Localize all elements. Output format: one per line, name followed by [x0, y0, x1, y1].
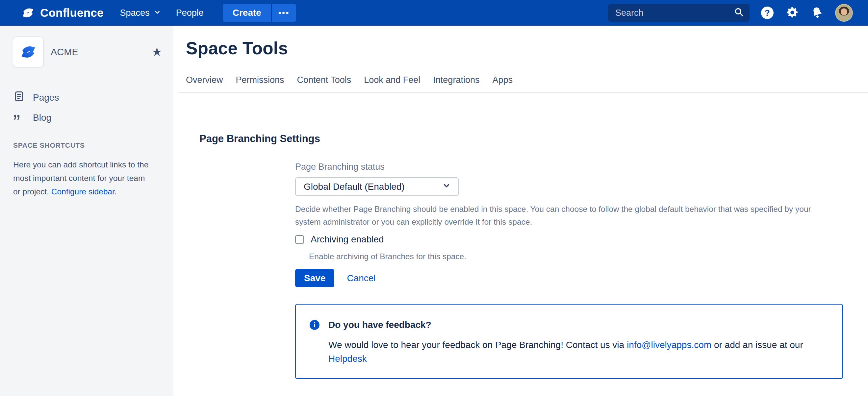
feedback-text-middle: or add an issue at our [711, 340, 803, 350]
shortcuts-suffix: . [115, 187, 117, 196]
feedback-header: i Do you have feedback? [310, 320, 829, 330]
page-title: Space Tools [186, 38, 288, 58]
cancel-link[interactable]: Cancel [347, 273, 375, 284]
settings-button[interactable] [785, 6, 800, 20]
confluence-logo-icon [21, 5, 35, 21]
status-field-description: Decide whether Page Branching should be … [295, 203, 838, 228]
create-more-button[interactable]: ••• [271, 4, 296, 22]
archiving-label: Archiving enabled [311, 234, 384, 245]
save-button[interactable]: Save [295, 269, 334, 287]
sidebar-item-pages-label: Pages [33, 92, 59, 103]
create-button-group: Create ••• [223, 4, 296, 22]
tab-permissions[interactable]: Permissions [236, 75, 284, 85]
feedback-email-link[interactable]: info@livelyapps.com [627, 340, 711, 350]
space-name: ACME [51, 47, 78, 58]
space-sidebar: ACME ★ Pages ” Blog SPACE SHORTCUTS Here… [0, 26, 174, 396]
status-select-value: Global Default (Enabled) [304, 182, 405, 192]
tab-look-and-feel[interactable]: Look and Feel [364, 75, 420, 85]
feedback-title: Do you have feedback? [329, 320, 431, 330]
search-box[interactable] [608, 4, 749, 22]
tabs-divider [178, 92, 868, 93]
nav-item-spaces[interactable]: Spaces [120, 8, 161, 18]
sidebar-nav: Pages ” Blog [13, 88, 164, 128]
main-content: Space Tools Overview Permissions Content… [174, 26, 868, 396]
tab-overview[interactable]: Overview [186, 75, 223, 85]
status-select[interactable]: Global Default (Enabled) [295, 177, 459, 196]
feedback-text-before: We would love to hear your feedback on P… [329, 340, 627, 350]
space-shortcuts-heading: SPACE SHORTCUTS [13, 141, 164, 149]
user-avatar[interactable] [835, 4, 853, 22]
feedback-body: We would love to hear your feedback on P… [329, 338, 822, 366]
help-icon: ? [761, 7, 774, 19]
space-tools-tabs: Overview Permissions Content Tools Look … [186, 75, 513, 85]
status-field-label: Page Branching status [295, 162, 385, 172]
space-header: ACME ★ [13, 37, 164, 67]
chevron-down-icon [442, 181, 451, 192]
search-input[interactable] [615, 8, 734, 18]
section-title: Page Branching Settings [199, 133, 320, 145]
info-icon: i [310, 320, 319, 330]
nav-item-people-label: People [176, 8, 204, 18]
tab-apps[interactable]: Apps [492, 75, 513, 85]
sidebar-item-pages[interactable]: Pages [13, 88, 164, 107]
bell-icon [809, 4, 826, 21]
nav-menu: Spaces People [120, 8, 204, 18]
nav-right-group: ? [608, 4, 853, 22]
feedback-panel: i Do you have feedback? We would love to… [295, 304, 843, 379]
confluence-home-link[interactable]: Confluence [21, 5, 104, 21]
sidebar-item-blog[interactable]: ” Blog [13, 107, 164, 128]
archiving-checkbox[interactable] [295, 235, 304, 244]
search-icon[interactable] [734, 7, 744, 19]
archiving-description: Enable archiving of Branches for this sp… [309, 252, 466, 261]
space-shortcuts-description: Here you can add shortcut links to the m… [13, 158, 151, 198]
top-navigation: Confluence Spaces People Create ••• ? [0, 0, 868, 26]
tab-integrations[interactable]: Integrations [433, 75, 479, 85]
configure-sidebar-link[interactable]: Configure sidebar [51, 187, 115, 196]
form-actions: Save Cancel [295, 269, 376, 287]
helpdesk-link[interactable]: Helpdesk [329, 354, 367, 364]
sidebar-item-blog-label: Blog [33, 112, 51, 123]
favorite-star-icon[interactable]: ★ [152, 46, 162, 58]
create-button[interactable]: Create [223, 4, 271, 22]
chevron-down-icon [154, 8, 161, 18]
document-icon [13, 91, 25, 105]
nav-item-spaces-label: Spaces [120, 8, 150, 18]
nav-item-people[interactable]: People [176, 8, 204, 18]
brand-name: Confluence [40, 6, 104, 20]
notifications-button[interactable] [810, 6, 825, 20]
tab-content-tools[interactable]: Content Tools [297, 75, 351, 85]
gear-icon [786, 6, 799, 20]
space-logo[interactable] [13, 37, 43, 67]
archiving-field: Archiving enabled [295, 234, 384, 245]
help-button[interactable]: ? [760, 6, 775, 20]
